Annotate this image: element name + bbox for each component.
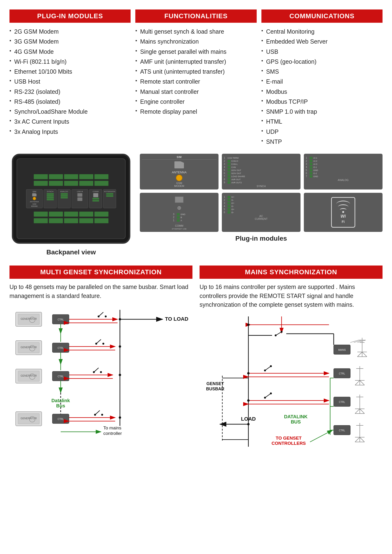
- list-item: GPS (geo-location): [261, 57, 383, 67]
- list-item: 3x AC Current Inputs: [9, 117, 131, 126]
- list-item: 3x Analog Inputs: [9, 127, 131, 137]
- svg-text:DATALINK: DATALINK: [284, 414, 308, 419]
- list-item: E-mail: [261, 76, 383, 86]
- svg-line-109: [265, 366, 271, 370]
- list-item: Single genset parallel with mains: [135, 47, 256, 57]
- svg-text:GENSET: GENSET: [206, 381, 224, 386]
- multi-genset-description: Up to 48 gensets may be paralleled on th…: [9, 283, 192, 300]
- functionalities-col: FUNCTIONALITIES Multi genset synch & loa…: [135, 9, 256, 147]
- svg-line-97: [357, 340, 366, 342]
- svg-point-39: [93, 371, 95, 373]
- backpanel-device: SIM ANTENNA GSM MODEM SYNCH: [12, 154, 130, 244]
- svg-point-145: [247, 372, 250, 374]
- svg-text:MAINS: MAINS: [338, 349, 346, 351]
- communications-col: COMMUNICATIONS Central Monitoring Embedd…: [261, 9, 383, 147]
- gsm-modem-header: SIM: [142, 156, 217, 160]
- list-item: HTML: [261, 117, 383, 126]
- svg-line-143: [310, 430, 333, 442]
- svg-point-15: [98, 316, 99, 317]
- svg-point-144: [247, 324, 250, 326]
- list-item: 3G GSM Modem: [9, 36, 131, 46]
- wifi-card: Wi Fi: [304, 193, 383, 232]
- svg-point-124: [270, 393, 272, 394]
- list-item: Mains synchronization: [135, 36, 256, 46]
- list-item: SMS: [261, 67, 383, 76]
- list-item: Multi genset synch & load share: [135, 27, 256, 36]
- svg-line-26: [96, 339, 101, 344]
- svg-text:TO GENSET: TO GENSET: [276, 436, 302, 441]
- list-item: Modbus TCP/IP: [261, 97, 383, 107]
- svg-text:CONTROLLERS: CONTROLLERS: [272, 441, 306, 446]
- svg-point-110: [264, 369, 266, 371]
- list-item: Modbus: [261, 87, 383, 97]
- ac-current-card: 1I1+ 2I1- 3I2+ 4I2- 5I3+ 6I3- ACCURRENT: [222, 193, 301, 232]
- multi-genset-svg: GENERATOR CTRL GENERATOR: [9, 305, 192, 443]
- multi-genset-header: MULTI GENSET SYNCHRONIZATION: [9, 265, 192, 279]
- svg-line-81: [276, 332, 281, 335]
- svg-text:BUS: BUS: [291, 419, 301, 424]
- synch-card: 1CAN TERM 2CAN-H 3CAN-L 4CAN 5GOV OUT 6G…: [222, 154, 301, 189]
- svg-text:Bus: Bus: [56, 403, 65, 408]
- svg-text:LOAD: LOAD: [241, 416, 256, 422]
- svg-point-59: [119, 416, 121, 419]
- list-item: Engine controller: [135, 97, 256, 107]
- mains-sync-description: Up to 16 mains controller per system are…: [200, 283, 383, 309]
- svg-line-14: [98, 312, 103, 316]
- list-item: Remote display panel: [135, 107, 256, 117]
- mains-sync-svg: GENSET BUSBAR MAINS: [200, 314, 383, 451]
- communications-list: Central Monitoring Embedded Web Server U…: [261, 27, 383, 147]
- gsm-modem-card: SIM ANTENNA GSMMODEM: [140, 154, 218, 189]
- list-item: 4G GSM Mode: [9, 47, 131, 57]
- list-item: RS-485 (isolated): [9, 97, 131, 107]
- svg-line-55: [95, 410, 100, 415]
- svg-line-104: [360, 380, 364, 385]
- list-item: USB: [261, 47, 383, 57]
- svg-point-28: [102, 343, 104, 345]
- svg-text:CTRL: CTRL: [339, 372, 345, 375]
- svg-point-16: [105, 316, 107, 317]
- svg-line-117: [360, 409, 364, 414]
- svg-text:CTRL: CTRL: [58, 318, 64, 321]
- mains-sync-col: MAINS SYNCHRONIZATION Up to 16 mains con…: [200, 265, 383, 451]
- mains-sync-diagram: GENSET BUSBAR MAINS: [200, 314, 383, 451]
- functionalities-header: FUNCTIONALITIES: [135, 9, 256, 23]
- svg-text:Datalink: Datalink: [51, 398, 70, 403]
- list-item: Ethernet 10/100 Mbits: [9, 67, 131, 76]
- svg-text:To mains: To mains: [103, 425, 121, 430]
- svg-line-130: [360, 437, 364, 442]
- analog-card: 1AI-1 2AI-2 3AI-3 4O-1 5GND 6O-2 7GND AN…: [304, 154, 383, 189]
- list-item: ATS unit (uninterrupted transfer): [135, 67, 256, 76]
- svg-point-44: [119, 318, 121, 320]
- list-item: AMF unit (uninterrupted transfer): [135, 57, 256, 67]
- svg-text:CTRL: CTRL: [58, 347, 64, 349]
- plugin-modules-header: PLUG-IN MODULES: [9, 9, 131, 23]
- svg-point-146: [247, 399, 250, 402]
- top-section: PLUG-IN MODULES 2G GSM Modem 3G GSM Mode…: [9, 9, 383, 147]
- svg-text:TO LOAD: TO LOAD: [165, 316, 189, 322]
- svg-point-123: [264, 397, 266, 399]
- svg-point-83: [281, 331, 282, 333]
- svg-point-45: [119, 345, 121, 348]
- list-item: Manual start controller: [135, 87, 256, 97]
- svg-text:CTRL: CTRL: [339, 429, 345, 432]
- svg-line-38: [94, 368, 98, 372]
- middle-section: SIM ANTENNA GSM MODEM SYNCH: [9, 154, 383, 256]
- list-item: RS-232 (isolated): [9, 87, 131, 97]
- list-item: UDP: [261, 127, 383, 137]
- plugin-modules-area: SIM ANTENNA GSMMODEM 1CAN TERM 2CAN-H: [140, 154, 383, 242]
- list-item: SNTP: [261, 137, 383, 147]
- list-item: Central Monitoring: [261, 27, 383, 36]
- svg-line-116: [355, 409, 360, 414]
- list-item: Embedded Web Server: [261, 36, 383, 46]
- svg-text:CTRL: CTRL: [339, 401, 345, 403]
- svg-line-129: [355, 437, 360, 442]
- list-item: Remote start controller: [135, 76, 256, 86]
- svg-point-147: [247, 423, 250, 425]
- svg-point-40: [100, 371, 102, 373]
- backpanel-inner: SIM ANTENNA GSM MODEM SYNCH: [17, 159, 126, 239]
- svg-line-95: [350, 340, 359, 342]
- plugin-modules-col: PLUG-IN MODULES 2G GSM Modem 3G GSM Mode…: [9, 9, 131, 147]
- functionalities-list: Multi genset synch & load share Mains sy…: [135, 27, 256, 117]
- svg-line-91: [357, 352, 362, 357]
- multi-genset-diagram: GENERATOR CTRL GENERATOR: [9, 305, 192, 443]
